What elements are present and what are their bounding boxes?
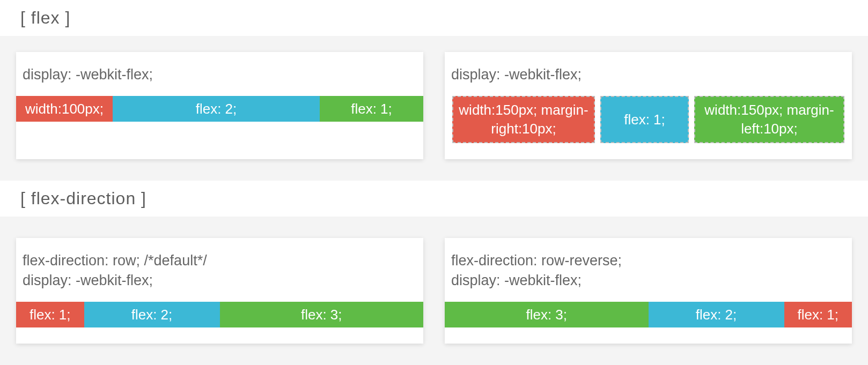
card-desc: flex-direction: row; /*default*/ display… (16, 251, 423, 302)
flex-box-flex-3: flex: 3; (220, 302, 424, 327)
row-flex-examples: display: -webkit-flex; width:100px; flex… (0, 52, 868, 159)
flex-demo-row-reverse: flex: 1; flex: 2; flex: 3; (445, 302, 852, 327)
flex-box-flex-2: flex: 2; (649, 302, 784, 327)
flex-demo-row: flex: 1; flex: 2; flex: 3; (16, 302, 423, 327)
card-direction-row-reverse: flex-direction: row-reverse; display: -w… (445, 238, 852, 344)
card-flex-margin: display: -webkit-flex; width:150px; marg… (445, 52, 852, 159)
flex-box-flex-2: flex: 2; (84, 302, 220, 327)
flex-box-flex-1: flex: 1; (320, 96, 423, 122)
flex-box-flex-1: flex: 1; (16, 302, 84, 327)
flex-box-flex-1: flex: 1; (600, 96, 689, 143)
row-flex-direction-examples: flex-direction: row; /*default*/ display… (0, 238, 868, 344)
card-flex-basic: display: -webkit-flex; width:100px; flex… (16, 52, 423, 159)
card-desc: display: -webkit-flex; (16, 65, 423, 96)
flex-box-width150-ml: width:150px; margin-left:10px; (694, 96, 844, 143)
flex-box-width-100: width:100px; (16, 96, 113, 122)
card-desc: flex-direction: row-reverse; display: -w… (445, 251, 852, 302)
card-desc: display: -webkit-flex; (445, 65, 852, 96)
card-direction-row: flex-direction: row; /*default*/ display… (16, 238, 423, 344)
section-title-flex: [ flex ] (0, 0, 868, 36)
section-title-flex-direction: [ flex-direction ] (0, 181, 868, 217)
flex-box-width150-mr: width:150px; margin-right:10px; (452, 96, 595, 143)
flex-box-flex-2: flex: 2; (113, 96, 320, 122)
flex-demo-margin: width:150px; margin-right:10px; flex: 1;… (445, 96, 852, 143)
flex-demo-basic: width:100px; flex: 2; flex: 1; (16, 96, 423, 122)
flex-box-flex-1: flex: 1; (784, 302, 852, 327)
flex-box-flex-3: flex: 3; (445, 302, 649, 327)
